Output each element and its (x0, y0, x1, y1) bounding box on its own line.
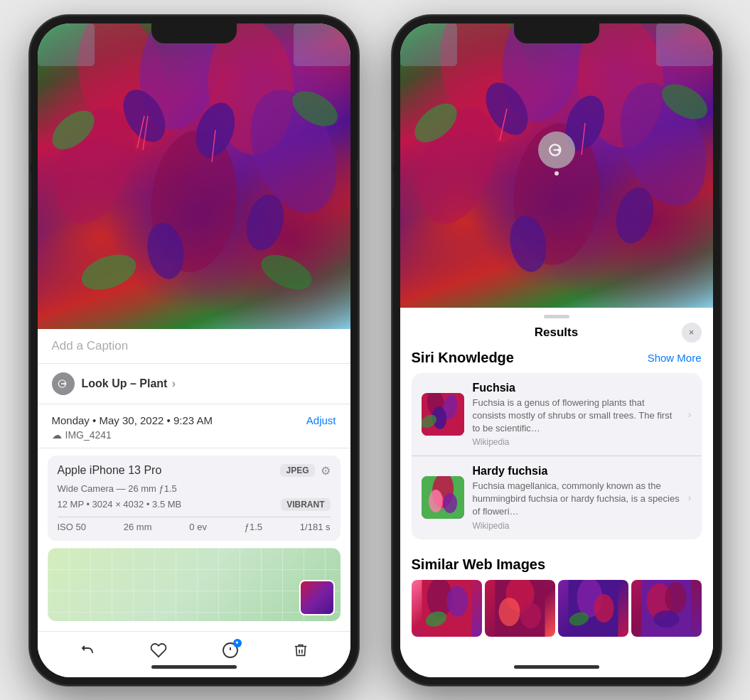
similar-image-4[interactable] (631, 580, 702, 637)
results-title: Results (535, 325, 578, 340)
share-button[interactable] (79, 642, 96, 663)
map-area[interactable] (48, 548, 341, 621)
results-header: Results × (400, 324, 713, 350)
power-button[interactable] (357, 158, 358, 208)
right-phone: Results × Siri Knowledge Show More (393, 16, 720, 684)
caption-placeholder: Add a Caption (52, 339, 129, 352)
visual-look-up-icon (52, 372, 75, 395)
notch (514, 23, 599, 43)
camera-model: Apple iPhone 13 Pro (58, 464, 162, 477)
lookup-label: Look Up – Plant › (82, 377, 176, 390)
home-indicator (151, 665, 237, 669)
volume-down-button[interactable] (393, 173, 394, 208)
results-sheet: Results × Siri Knowledge Show More (400, 308, 713, 677)
fuchsia-thumbnail (422, 393, 464, 436)
knowledge-item-hardy-fuchsia[interactable]: Hardy fuchsia Fuchsia magellanica, commo… (412, 456, 702, 539)
right-photo-display[interactable] (400, 23, 713, 308)
svg-point-16 (256, 247, 317, 296)
svg-point-52 (446, 586, 468, 617)
camera-info: Apple iPhone 13 Pro JPEG ⚙ Wide Camera —… (48, 456, 341, 541)
exif-shutter: 1/181 s (300, 522, 331, 532)
info-button[interactable]: ✦ (222, 642, 239, 663)
camera-lens: Wide Camera — 26 mm ƒ1.5 (58, 483, 331, 494)
similar-image-3[interactable] (558, 580, 628, 637)
similar-image-1[interactable] (412, 580, 482, 637)
notch (151, 23, 237, 43)
svg-point-57 (520, 603, 541, 628)
exif-focal: 26 mm (124, 522, 152, 532)
power-button[interactable] (719, 158, 720, 208)
photo-date: Monday • May 30, 2022 • 9:23 AM (52, 414, 213, 426)
visual-search-dot (555, 171, 559, 176)
svg-point-15 (76, 247, 140, 296)
vibrant-badge: VIBRANT (281, 498, 330, 511)
map-photo-thumbnail (299, 580, 335, 615)
svg-point-48 (443, 493, 457, 513)
siri-knowledge-title: Siri Knowledge (412, 350, 514, 366)
home-indicator (514, 665, 599, 669)
knowledge-item-fuchsia[interactable]: Fuchsia Fuchsia is a genus of flowering … (412, 373, 702, 456)
hardy-fuchsia-chevron-icon: › (688, 492, 692, 503)
similar-image-2[interactable] (485, 580, 555, 637)
svg-rect-38 (656, 23, 713, 66)
hardy-fuchsia-description: Fuchsia magellanica, commonly known as t… (473, 480, 680, 519)
delete-button[interactable] (293, 642, 309, 663)
left-phone-screen: Add a Caption Look Up – Plant › Monday •… (38, 23, 350, 677)
fuchsia-chevron-icon: › (688, 409, 692, 420)
fuchsia-name: Fuchsia (473, 382, 680, 394)
close-button[interactable]: × (682, 323, 702, 343)
volume-down-button[interactable] (31, 173, 31, 208)
like-button[interactable] (150, 642, 167, 663)
svg-point-56 (498, 598, 520, 626)
lookup-chevron-icon: › (172, 377, 176, 389)
svg-rect-18 (294, 23, 350, 66)
svg-point-60 (594, 594, 614, 623)
volume-up-button[interactable] (31, 130, 31, 166)
fuchsia-info: Fuchsia Fuchsia is a genus of flowering … (473, 382, 680, 448)
fuchsia-description: Fuchsia is a genus of flowering plants t… (473, 397, 680, 436)
exif-row: ISO 50 26 mm 0 ev ƒ1.5 1/181 s (58, 517, 331, 532)
fuchsia-source: Wikipedia (473, 437, 680, 447)
drag-handle[interactable] (544, 315, 569, 318)
jpeg-badge: JPEG (280, 464, 314, 477)
svg-rect-17 (38, 23, 95, 66)
siri-knowledge-section: Siri Knowledge Show More (400, 350, 713, 548)
adjust-button[interactable]: Adjust (306, 414, 336, 426)
camera-settings-icon[interactable]: ⚙ (321, 464, 331, 478)
similar-web-images-section: Similar Web Images (400, 548, 713, 637)
similar-web-images-title: Similar Web Images (412, 556, 702, 573)
exif-aperture: ƒ1.5 (245, 522, 262, 532)
hardy-fuchsia-source: Wikipedia (473, 521, 680, 531)
lookup-row[interactable]: Look Up – Plant › (38, 364, 350, 404)
photo-metadata: Monday • May 30, 2022 • 9:23 AM Adjust ☁… (38, 404, 350, 448)
volume-up-button[interactable] (393, 130, 394, 166)
info-badge: ✦ (233, 639, 242, 647)
svg-point-47 (429, 490, 443, 512)
svg-point-64 (665, 582, 686, 613)
hardy-fuchsia-info: Hardy fuchsia Fuchsia magellanica, commo… (473, 465, 680, 531)
hardy-fuchsia-name: Hardy fuchsia (473, 465, 680, 478)
cloud-icon: ☁ (52, 429, 62, 441)
left-phone: Add a Caption Look Up – Plant › Monday •… (31, 16, 358, 684)
camera-specs: 12 MP • 3024 × 4032 • 3.5 MB (58, 499, 182, 510)
exif-iso: ISO 50 (58, 522, 86, 532)
show-more-button[interactable]: Show More (648, 352, 702, 364)
svg-rect-37 (400, 23, 457, 66)
photo-display[interactable] (38, 23, 350, 329)
filename-label: IMG_4241 (65, 429, 112, 441)
hardy-fuchsia-thumbnail (422, 476, 464, 519)
caption-area[interactable]: Add a Caption (38, 329, 350, 364)
similar-images-grid (412, 580, 702, 637)
bottom-toolbar: ✦ (38, 631, 350, 677)
svg-point-65 (653, 610, 679, 628)
exif-ev: 0 ev (189, 522, 207, 532)
photo-location: ☁ IMG_4241 (52, 429, 336, 441)
visual-search-indicator (538, 131, 575, 168)
knowledge-card: Fuchsia Fuchsia is a genus of flowering … (412, 373, 702, 539)
right-phone-screen: Results × Siri Knowledge Show More (400, 23, 713, 677)
